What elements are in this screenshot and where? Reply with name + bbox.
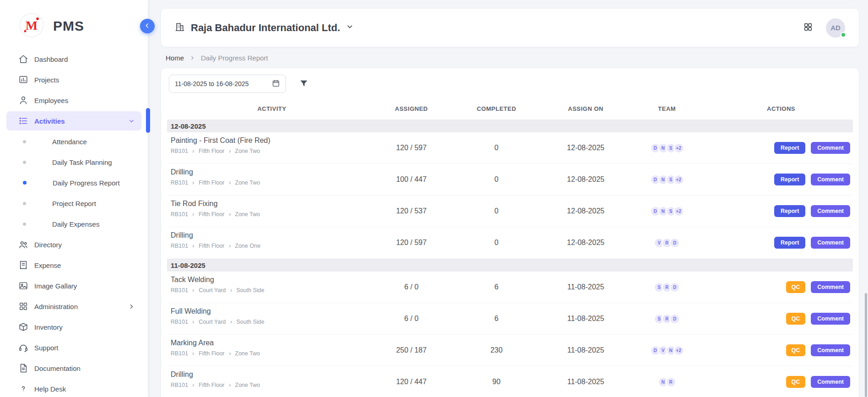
chevron-right-icon [228, 352, 232, 356]
comment-button[interactable]: Comment [811, 344, 850, 357]
team-avatar: D [669, 238, 680, 248]
team-overflow-badge[interactable]: +2 [674, 206, 684, 217]
actions-cell: Report Comment [709, 174, 853, 186]
sidebar-subitem-attendance[interactable]: Attendance [6, 132, 141, 151]
report-button[interactable]: Report [774, 237, 805, 249]
home-icon [18, 54, 28, 64]
projects-icon [18, 75, 28, 85]
sidebar-subitem-project-report[interactable]: Project Report [6, 194, 141, 213]
sidebar-item-label: Projects [34, 76, 59, 84]
chevron-down-icon [346, 23, 354, 33]
activity-path: RB101 Fifth Floor Zone Two [171, 382, 377, 388]
activity-title[interactable]: Drilling [171, 370, 377, 379]
sidebar-item-expense[interactable]: Expense [6, 256, 141, 275]
team-avatars: D N S +2 [625, 206, 709, 217]
chevron-right-icon [128, 303, 135, 310]
sidebar-item-directory[interactable]: Directory [6, 235, 141, 254]
assign-on-value: 11-08-2025 [547, 346, 625, 354]
activity-title[interactable]: Painting - First Coat (Fire Red) [171, 136, 377, 145]
team-overflow-badge[interactable]: +2 [674, 345, 684, 356]
completed-value: 230 [446, 346, 547, 354]
activity-title[interactable]: Drilling [171, 231, 377, 239]
path-project: RB101 [171, 319, 188, 325]
report-button[interactable]: Report [774, 142, 805, 154]
column-header-actions: ACTIONS [709, 105, 853, 112]
activity-cell: Painting - First Coat (Fire Red) RB101 F… [167, 132, 377, 163]
employees-icon [18, 95, 28, 105]
comment-button[interactable]: Comment [811, 376, 850, 388]
comment-button[interactable]: Comment [811, 174, 850, 186]
sidebar-item-support[interactable]: Support [6, 338, 141, 357]
comment-button[interactable]: Comment [811, 142, 850, 154]
chevron-right-icon [229, 288, 233, 293]
chevron-right-icon [191, 352, 195, 356]
sidebar-item-image-gallery[interactable]: Image Gallary [6, 276, 141, 295]
report-button[interactable]: Report [774, 174, 805, 186]
activity-title[interactable]: Tack Welding [171, 276, 377, 284]
sidebar-item-inventory[interactable]: Inventory [6, 317, 141, 337]
path-floor: Fifth Floor [199, 211, 224, 218]
path-zone: Zone Two [235, 179, 260, 186]
user-avatar[interactable]: AD [826, 18, 845, 38]
gallery-icon [18, 281, 28, 291]
documentation-icon [18, 363, 28, 373]
sidebar-item-projects[interactable]: Projects [6, 70, 141, 89]
comment-button[interactable]: Comment [811, 205, 850, 218]
comment-button[interactable]: Comment [811, 237, 850, 249]
column-header-completed: COMPLETED [446, 105, 547, 112]
activity-cell: Drilling RB101 Fifth Floor Zone One [167, 227, 377, 258]
chevron-right-icon [228, 149, 232, 153]
sidebar-item-label: Employees [34, 97, 68, 104]
activity-path: RB101 Fifth Floor Zone One [171, 243, 377, 249]
path-project: RB101 [171, 382, 188, 388]
activity-title[interactable]: Drilling [171, 168, 377, 176]
sidebar-item-employees[interactable]: Employees [6, 91, 141, 110]
sidebar-subitem-daily-task-planning[interactable]: Daily Task Planning [6, 152, 141, 172]
activity-title[interactable]: Full Welding [171, 307, 377, 315]
actions-cell: Report Comment [709, 205, 853, 218]
date-range-input[interactable]: 11-08-2025 to 16-08-2025 [169, 75, 286, 93]
sidebar-item-activities[interactable]: Activities [6, 111, 141, 131]
activity-cell: Drilling RB101 Fifth Floor Zone Two [167, 366, 377, 397]
sidebar-subitem-daily-expenses[interactable]: Daily Expenses [6, 214, 141, 234]
sidebar-item-label: Help Desk [34, 385, 66, 393]
completed-value: 0 [446, 144, 547, 152]
activity-title[interactable]: Marking Area [171, 339, 377, 347]
activity-cell: Marking Area RB101 Fifth Floor Zone Two [167, 335, 377, 366]
chevron-right-icon [228, 212, 232, 217]
report-button[interactable]: Report [774, 205, 805, 218]
comment-button[interactable]: Comment [811, 281, 850, 294]
team-overflow-badge[interactable]: +2 [674, 174, 684, 185]
breadcrumb-home-link[interactable]: Home [166, 54, 184, 62]
sidebar-subitem-daily-progress-report[interactable]: Daily Progress Report [6, 173, 141, 192]
sidebar-item-documentation[interactable]: Documentation [6, 359, 141, 378]
sidebar-item-help-desk[interactable]: Help Desk [6, 379, 141, 397]
filter-button[interactable] [299, 79, 308, 89]
activity-title[interactable]: Tie Rod Fixing [171, 200, 377, 208]
completed-value: 90 [446, 378, 547, 386]
chevron-right-icon [191, 320, 195, 324]
qc-button[interactable]: QC [786, 376, 806, 388]
path-floor: Fifth Floor [199, 243, 224, 249]
path-zone: Zone Two [235, 148, 260, 154]
comment-button[interactable]: Comment [811, 313, 850, 325]
path-zone: Zone Two [235, 382, 260, 388]
vertical-scrollbar[interactable] [865, 293, 867, 397]
chevron-left-icon [144, 22, 151, 31]
team-avatars: D N S +2 [625, 174, 709, 185]
company-selector[interactable]: Raja Bahadur International Ltd. [175, 22, 354, 34]
app-root: M PMS Dashboard Projects [0, 0, 868, 397]
qc-button[interactable]: QC [786, 313, 806, 325]
qc-button[interactable]: QC [786, 344, 806, 357]
sidebar-item-dashboard[interactable]: Dashboard [6, 49, 141, 69]
path-zone: South Side [237, 319, 264, 325]
sidebar-item-administration[interactable]: Administration [6, 297, 141, 316]
apps-menu-button[interactable] [803, 22, 813, 33]
sidebar-collapse-button[interactable] [140, 19, 155, 33]
expense-icon [18, 260, 28, 270]
main-area: Raja Bahadur International Ltd. AD Home [148, 0, 868, 397]
team-overflow-badge[interactable]: +2 [674, 143, 684, 153]
date-group-header: 12-08-2025 [167, 120, 853, 132]
qc-button[interactable]: QC [786, 281, 806, 294]
column-header-assign-on: ASSIGN ON [547, 105, 625, 112]
